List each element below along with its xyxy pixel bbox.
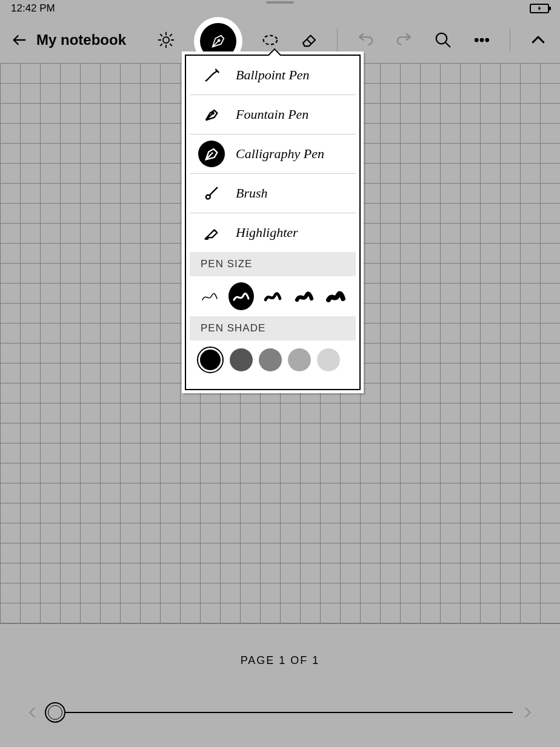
search-icon — [434, 31, 452, 49]
highlighter-pen-icon — [198, 219, 225, 246]
pen-option-fountain[interactable]: Fountain Pen — [190, 95, 356, 134]
sun-icon — [157, 31, 175, 49]
pen-option-label: Calligraphy Pen — [236, 146, 324, 162]
pen-size-4[interactable] — [292, 282, 317, 310]
svg-point-15 — [480, 38, 484, 42]
pen-option-ballpoint[interactable]: Ballpoint Pen — [190, 56, 356, 95]
pen-shade-3[interactable] — [259, 348, 282, 371]
toolbar-divider — [337, 28, 338, 51]
next-page-button[interactable] — [521, 706, 535, 719]
chevron-up-icon — [529, 31, 547, 49]
svg-point-17 — [212, 112, 214, 114]
battery-charging-icon — [530, 4, 549, 13]
eraser-icon — [300, 31, 318, 49]
page-slider-track[interactable] — [47, 712, 513, 713]
ballpoint-pen-icon — [198, 62, 225, 88]
clock: 12:42 PM — [11, 2, 55, 15]
svg-line-11 — [307, 39, 312, 44]
pen-size-1[interactable] — [197, 282, 222, 310]
pen-option-label: Fountain Pen — [236, 107, 308, 122]
redo-button[interactable] — [393, 29, 415, 51]
svg-line-13 — [445, 42, 450, 47]
page-slider-thumb[interactable] — [45, 702, 65, 723]
selection-tool-button[interactable] — [259, 29, 281, 51]
pen-nib-icon — [210, 33, 227, 50]
svg-line-7 — [161, 44, 162, 46]
lasso-icon — [261, 31, 279, 49]
pen-shade-heading: PEN SHADE — [190, 316, 356, 340]
more-horizontal-icon — [473, 31, 491, 49]
fountain-pen-icon — [198, 101, 225, 128]
pen-size-2[interactable] — [228, 282, 254, 310]
pen-option-brush[interactable]: Brush — [190, 174, 356, 213]
svg-point-9 — [218, 39, 220, 42]
pen-option-calligraphy[interactable]: Calligraphy Pen — [190, 134, 356, 174]
svg-point-0 — [163, 37, 169, 43]
pen-shade-2[interactable] — [230, 348, 253, 371]
pen-shade-5[interactable] — [317, 348, 340, 371]
collapse-button[interactable] — [527, 29, 549, 51]
svg-line-6 — [170, 44, 172, 46]
footer: PAGE 1 OF 1 — [0, 623, 560, 747]
pen-size-3[interactable] — [260, 282, 285, 310]
page-slider — [25, 706, 535, 719]
pen-option-label: Ballpoint Pen — [236, 67, 310, 83]
brush-pen-icon — [198, 180, 225, 207]
undo-button[interactable] — [355, 29, 376, 51]
prev-page-button[interactable] — [25, 706, 39, 719]
pen-option-highlighter[interactable]: Highlighter — [190, 213, 356, 252]
pen-size-5[interactable] — [323, 282, 348, 310]
svg-line-8 — [170, 35, 172, 36]
eraser-button[interactable] — [298, 29, 320, 51]
more-button[interactable] — [471, 29, 493, 51]
pen-shade-1-selected[interactable] — [197, 347, 224, 373]
svg-point-10 — [264, 36, 278, 45]
brightness-button[interactable] — [155, 29, 177, 51]
notebook-title: My notebook — [36, 32, 126, 48]
svg-point-16 — [485, 38, 489, 42]
calligraphy-pen-icon — [198, 141, 225, 167]
arrow-left-icon — [11, 32, 28, 48]
redo-icon — [395, 31, 413, 49]
toolbar-divider — [510, 28, 510, 51]
pen-popover: Ballpoint Pen Fountain Pen Calligraphy P… — [182, 51, 364, 393]
pen-option-label: Brush — [236, 185, 268, 201]
svg-line-5 — [161, 35, 162, 36]
pen-size-heading: PEN SIZE — [190, 252, 356, 276]
drag-handle[interactable] — [266, 1, 294, 4]
page-indicator: PAGE 1 OF 1 — [0, 624, 560, 667]
pen-shade-1[interactable] — [200, 350, 221, 370]
pen-option-label: Highlighter — [236, 225, 298, 241]
pen-shade-4[interactable] — [288, 348, 311, 371]
svg-point-18 — [212, 152, 213, 154]
search-button[interactable] — [432, 29, 454, 51]
undo-icon — [356, 31, 375, 49]
svg-point-14 — [475, 38, 479, 42]
back-button[interactable]: My notebook — [11, 32, 126, 48]
